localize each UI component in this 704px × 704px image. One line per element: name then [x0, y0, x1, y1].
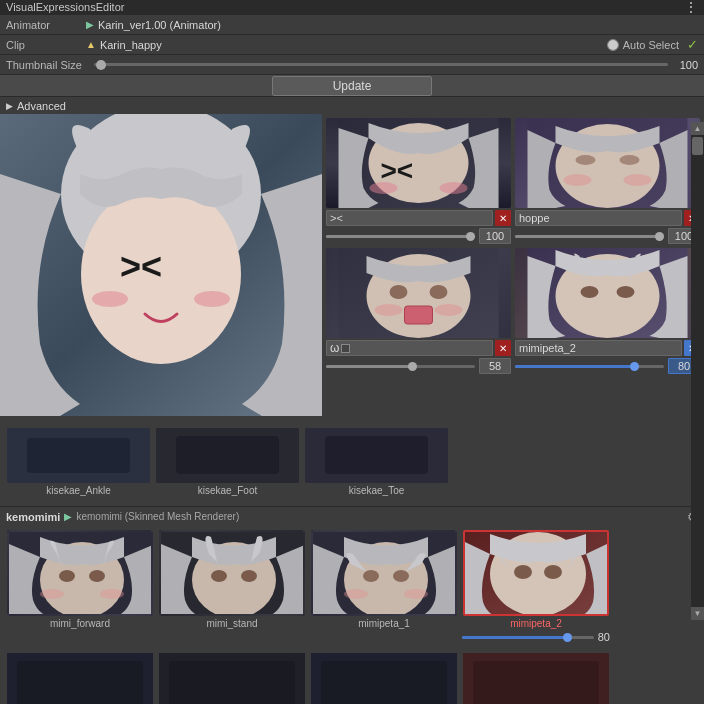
kemo-card-0[interactable]: mimi_forward [6, 530, 154, 645]
kemo-section-left: kemomimi ▶ kemomimi (Skinned Mesh Render… [6, 511, 239, 523]
scrollbar[interactable]: ▲ ▼ [691, 122, 704, 620]
expression-card-3: ✕ [515, 248, 700, 374]
svg-point-52 [514, 565, 532, 579]
clip-value[interactable]: Karin_happy [100, 39, 162, 51]
kemo-label-1: mimi_stand [206, 618, 257, 629]
clip-icon: ▲ [86, 39, 96, 50]
bottom-strip-row: kisekae_Ankle kisekae_Foot [6, 428, 698, 496]
kemo-thumb-2 [311, 530, 457, 616]
svg-point-39 [100, 589, 124, 599]
expression-slider-row-2: 58 [326, 358, 511, 374]
svg-point-5 [194, 291, 230, 307]
right-panel: >< ✕ 100 [322, 114, 704, 424]
menu-icon[interactable]: ⋮ [684, 0, 698, 15]
omega-char: ω [330, 341, 339, 355]
kemo-slider-row: 80 [462, 629, 610, 645]
expression-slider-0[interactable] [326, 235, 475, 238]
expression-thumb-3 [515, 248, 700, 338]
thumbnail-slider-track [94, 63, 668, 66]
last-thumb-3 [463, 653, 609, 704]
auto-select-checkbox-visual [607, 39, 619, 51]
bottom-thumb-2[interactable]: kisekae_Toe [304, 428, 449, 496]
bottom-thumb-1[interactable]: kisekae_Foot [155, 428, 300, 496]
last-row [0, 649, 704, 704]
svg-point-37 [89, 570, 105, 582]
last-card-1[interactable] [158, 653, 306, 704]
animator-icon: ▶ [86, 19, 94, 30]
update-button[interactable]: Update [272, 76, 433, 96]
main-container: VisualExpressionsEditor ⋮ Animator ▶ Kar… [0, 0, 704, 704]
expression-label-row-1: ✕ [515, 210, 700, 226]
svg-rect-59 [321, 661, 447, 704]
svg-rect-55 [17, 661, 143, 704]
kemo-card-2[interactable]: mimipeta_1 [310, 530, 458, 645]
svg-point-22 [375, 304, 403, 316]
kemo-grid: mimi_forward mimi_stand [0, 526, 704, 649]
window-title: VisualExpressionsEditor [6, 1, 124, 13]
last-card-0[interactable] [6, 653, 154, 704]
omega-checkbox[interactable] [341, 344, 350, 353]
expression-slider-row-0: 100 [326, 228, 511, 244]
animator-value[interactable]: Karin_ver1.00 (Animator) [98, 19, 221, 31]
svg-point-15 [564, 174, 592, 186]
svg-point-10 [440, 182, 468, 194]
svg-point-27 [617, 286, 635, 298]
svg-text:><: >< [120, 246, 162, 287]
svg-point-13 [576, 155, 596, 165]
svg-rect-57 [169, 661, 295, 704]
svg-point-49 [404, 589, 428, 599]
last-card-3[interactable] [462, 653, 610, 704]
thumbnail-slider[interactable] [94, 63, 668, 66]
clip-label: Clip [6, 39, 86, 51]
kemo-slider[interactable] [462, 636, 594, 639]
bottom-thumb-label-0: kisekae_Ankle [46, 485, 110, 496]
auto-select-area: Auto Select ✓ [607, 37, 698, 52]
expression-slider-3[interactable] [515, 365, 664, 368]
kemo-card-3[interactable]: mimipeta_2 80 [462, 530, 610, 645]
bottom-thumb-label-1: kisekae_Foot [198, 485, 257, 496]
advanced-triangle-icon: ▶ [6, 101, 13, 111]
svg-point-16 [624, 174, 652, 186]
bottom-strip: kisekae_Ankle kisekae_Foot [0, 424, 704, 506]
expression-delete-btn-2[interactable]: ✕ [495, 340, 511, 356]
auto-select-checkmark[interactable]: ✓ [687, 37, 698, 52]
thumbnail-slider-thumb[interactable] [96, 60, 106, 70]
advanced-label: Advanced [17, 100, 66, 112]
last-card-2[interactable] [310, 653, 458, 704]
thumbnail-label: Thumbnail Size [6, 59, 86, 71]
bottom-thumb-0[interactable]: kisekae_Ankle [6, 428, 151, 496]
svg-point-4 [92, 291, 128, 307]
thumbnail-value: 100 [680, 59, 698, 71]
bottom-thumb-img-1 [156, 428, 299, 483]
expressions-bottom-row: ω ✕ 58 [326, 248, 700, 374]
expression-card-2: ω ✕ 58 [326, 248, 511, 374]
expression-slider-2[interactable] [326, 365, 475, 368]
animator-label: Animator [6, 19, 86, 31]
last-thumb-0 [7, 653, 153, 704]
svg-point-43 [241, 570, 257, 582]
expression-name-input-1[interactable] [515, 210, 682, 226]
expression-slider-1[interactable] [515, 235, 664, 238]
svg-rect-31 [176, 436, 279, 474]
svg-point-53 [544, 565, 562, 579]
svg-point-36 [59, 570, 75, 582]
expression-thumb-1 [515, 118, 700, 208]
expression-name-input-0[interactable] [326, 210, 493, 226]
expression-thumb-2 [326, 248, 511, 338]
svg-point-48 [344, 589, 368, 599]
advanced-row[interactable]: ▶ Advanced [0, 96, 704, 114]
kemo-renderer: kemomimi (Skinned Mesh Renderer) [76, 511, 239, 522]
bottom-thumb-img-0 [7, 428, 150, 483]
scroll-down-btn[interactable]: ▼ [691, 607, 704, 620]
expression-delete-btn-0[interactable]: ✕ [495, 210, 511, 226]
expression-name-input-3[interactable] [515, 340, 682, 356]
scroll-thumb[interactable] [692, 137, 703, 155]
kemo-renderer-icon: ▶ [64, 511, 72, 522]
expression-thumb-0: >< [326, 118, 511, 208]
kemo-thumb-0 [7, 530, 153, 616]
svg-text:><: >< [381, 155, 414, 186]
bottom-thumb-img-2 [305, 428, 448, 483]
preview-pane: >< [0, 114, 322, 416]
scroll-up-btn[interactable]: ▲ [691, 122, 704, 135]
kemo-card-1[interactable]: mimi_stand [158, 530, 306, 645]
